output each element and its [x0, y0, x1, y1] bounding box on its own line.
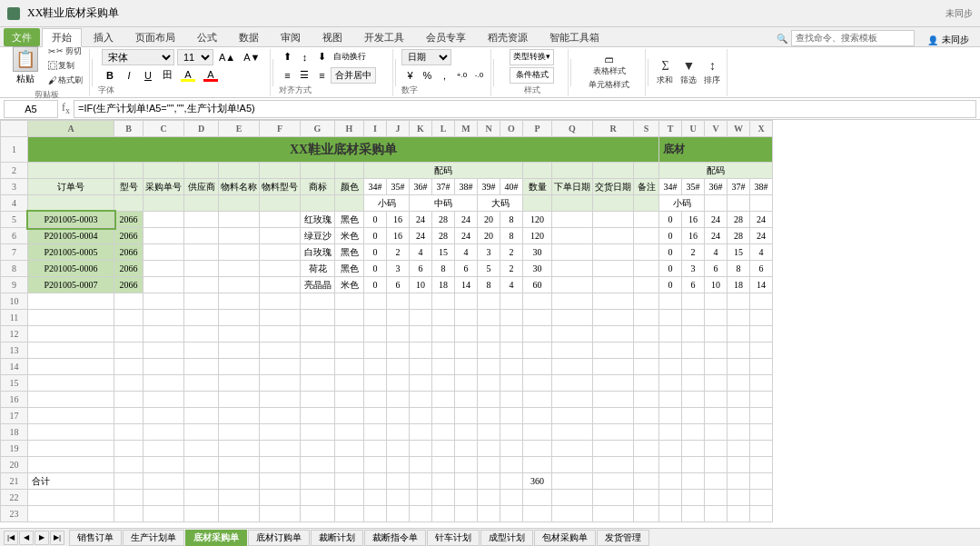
cell-4-b[interactable]: [114, 195, 144, 212]
align-bottom-button[interactable]: ⬇: [313, 49, 330, 65]
cell-5-w[interactable]: 28: [728, 212, 750, 228]
cell-5-b[interactable]: 2066: [114, 212, 144, 228]
sheet-tab-packing-purchase[interactable]: 包材采购单: [534, 530, 596, 546]
hdr-material-type[interactable]: 物料型号: [260, 179, 301, 195]
hdr-qty[interactable]: 数量: [523, 179, 552, 195]
italic-button[interactable]: I: [121, 67, 137, 84]
cell-7-j[interactable]: 2: [387, 244, 410, 261]
cell-6-l[interactable]: 28: [432, 228, 455, 244]
cell-8-m[interactable]: 6: [455, 261, 478, 277]
copy-button[interactable]: ⿴ 复制: [45, 59, 85, 73]
cell-9-k[interactable]: 10: [410, 277, 432, 293]
filter-button[interactable]: ▼ 筛选: [678, 58, 699, 87]
hdr-order-date[interactable]: 下单日期: [552, 179, 593, 195]
cell-8-h[interactable]: 黑色: [335, 261, 364, 277]
cell-9-a[interactable]: P201005-0007: [28, 277, 114, 293]
cell-5-r[interactable]: [593, 212, 634, 228]
cell-7-b[interactable]: 2066: [114, 244, 144, 261]
cell-9-p[interactable]: 60: [523, 277, 552, 293]
cell-8-b[interactable]: 2066: [114, 261, 144, 277]
table-style-button[interactable]: 🗃 表格样式: [590, 54, 629, 78]
cell-9-x[interactable]: 14: [750, 277, 773, 293]
cell-8-d[interactable]: [184, 261, 219, 277]
cell-6-h[interactable]: 米色: [335, 228, 364, 244]
cell-5-k[interactable]: 24: [410, 212, 432, 228]
cell-5-j[interactable]: 16: [387, 212, 410, 228]
col-n-header[interactable]: N: [478, 121, 500, 137]
cell-2-d[interactable]: [184, 163, 219, 179]
cell-9-i[interactable]: 0: [364, 277, 387, 293]
total-label[interactable]: 合计: [28, 473, 114, 490]
col-d-header[interactable]: D: [184, 121, 219, 137]
number-format-select[interactable]: 日期: [401, 49, 451, 65]
tab-member[interactable]: 会员专享: [416, 28, 476, 46]
hdr-color[interactable]: 颜色: [335, 179, 364, 195]
col-i-header[interactable]: I: [364, 121, 387, 137]
col-m-header[interactable]: M: [455, 121, 478, 137]
decrease-font-button[interactable]: A▼: [241, 49, 262, 65]
align-left-button[interactable]: ≡: [279, 67, 295, 84]
sheet-nav-prev[interactable]: ◀: [19, 531, 34, 545]
cell-7-r[interactable]: [593, 244, 634, 261]
sheet-tab-forming-plan[interactable]: 成型计划: [480, 530, 533, 546]
cell-8-f[interactable]: [260, 261, 301, 277]
col-q-header[interactable]: Q: [552, 121, 593, 137]
hdr-delivery[interactable]: 交货日期: [593, 179, 634, 195]
hdr-s38[interactable]: 38#: [455, 179, 478, 195]
cell-9-e[interactable]: [219, 277, 260, 293]
col-x-header[interactable]: X: [750, 121, 773, 137]
increase-decimal-button[interactable]: +.0: [453, 67, 470, 84]
cell-7-k[interactable]: 4: [410, 244, 432, 261]
cell-6-k[interactable]: 24: [410, 228, 432, 244]
col-t-header[interactable]: T: [659, 121, 682, 137]
hdr-model[interactable]: 型号: [114, 179, 144, 195]
cell-9-f[interactable]: [260, 277, 301, 293]
search-label[interactable]: 查找命令、搜索模板: [791, 30, 915, 46]
cell-7-e[interactable]: [219, 244, 260, 261]
sort-button[interactable]: ↕ 排序: [701, 58, 723, 87]
cell-7-p[interactable]: 30: [523, 244, 552, 261]
cell-5-d[interactable]: [184, 212, 219, 228]
cell-9-q[interactable]: [552, 277, 593, 293]
cell-4-a[interactable]: [28, 195, 114, 212]
hdr-r36[interactable]: 36#: [705, 179, 728, 195]
cell-5-a[interactable]: P201005-0003: [28, 212, 114, 228]
cell-6-v[interactable]: 24: [705, 228, 728, 244]
cell-8-g[interactable]: 荷花: [301, 261, 335, 277]
sheet-tab-production[interactable]: 生产计划单: [123, 530, 184, 546]
cell-7-a[interactable]: P201005-0005: [28, 244, 114, 261]
cell-6-g[interactable]: 绿豆沙: [301, 228, 335, 244]
cell-4-q[interactable]: [552, 195, 593, 212]
hdr-r37[interactable]: 37#: [728, 179, 750, 195]
cell-2-r[interactable]: [593, 163, 634, 179]
sheet-nav-prev-prev[interactable]: |◀: [4, 531, 18, 545]
cell-4-w[interactable]: [728, 195, 750, 212]
col-g-header[interactable]: G: [301, 121, 335, 137]
tab-data[interactable]: 数据: [229, 28, 269, 46]
cell-5-p[interactable]: 120: [523, 212, 552, 228]
cell-9-t[interactable]: 0: [659, 277, 682, 293]
cell-5-t[interactable]: 0: [659, 212, 682, 228]
col-u-header[interactable]: U: [682, 121, 705, 137]
cell-5-x[interactable]: 24: [750, 212, 773, 228]
hdr-purchase[interactable]: 采购单号: [144, 179, 184, 195]
col-l-header[interactable]: L: [432, 121, 455, 137]
cell-8-a[interactable]: P201005-0006: [28, 261, 114, 277]
xiaoma-left[interactable]: 小码: [364, 195, 410, 212]
cell-6-q[interactable]: [552, 228, 593, 244]
cell-9-d[interactable]: [184, 277, 219, 293]
cell-7-o[interactable]: 2: [500, 244, 523, 261]
cell-8-x[interactable]: 6: [750, 261, 773, 277]
peima-left-cell[interactable]: 配码: [364, 163, 523, 179]
underline-button[interactable]: U: [140, 67, 156, 84]
increase-font-button[interactable]: A▲: [216, 49, 238, 65]
cell-9-c[interactable]: [144, 277, 184, 293]
cell-6-j[interactable]: 16: [387, 228, 410, 244]
cell-9-h[interactable]: 米色: [335, 277, 364, 293]
hdr-note[interactable]: 备注: [634, 179, 659, 195]
cell-9-w[interactable]: 18: [728, 277, 750, 293]
font-size-select[interactable]: 11: [177, 49, 213, 65]
tab-view[interactable]: 视图: [312, 28, 352, 46]
col-h-header[interactable]: H: [335, 121, 364, 137]
cell-8-j[interactable]: 3: [387, 261, 410, 277]
